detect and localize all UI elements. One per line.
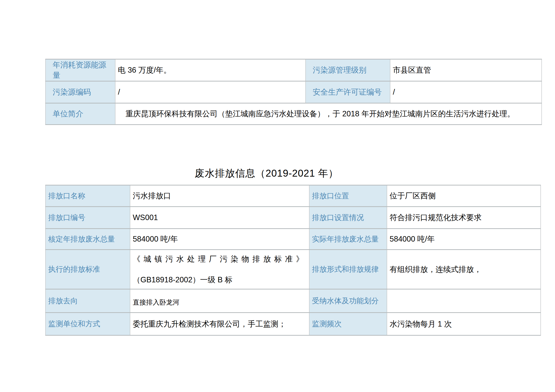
value-annual-energy-consumption: 电 36 万度/年。 — [115, 59, 306, 81]
value-monitoring-unit-method: 委托重庆九升检测技术有限公司，手工监测； — [130, 313, 309, 335]
value-discharge-standard: 《城镇污水处理厂污染物排放标准》 （GB18918-2002）一级 B 标 — [130, 250, 309, 289]
section-title: 废水排放信息（2019-2021 年） — [45, 166, 488, 180]
discharge-standard-line1: 《城镇污水处理厂污染物排放标准》 — [133, 254, 306, 264]
label-discharge-standard: 执行的排放标准 — [45, 250, 130, 289]
value-pollution-source-code: / — [115, 81, 306, 103]
table-row: 执行的排放标准 《城镇污水处理厂污染物排放标准》 （GB18918-2002）一… — [45, 250, 541, 289]
table-row: 污染源编码 / 安全生产许可证编号 / — [45, 81, 542, 103]
label-unit-profile: 单位简介 — [45, 103, 115, 125]
label-safety-production-license-no: 安全生产许可证编号 — [306, 81, 390, 103]
value-unit-profile: 重庆昆顶环保科技有限公司（垫江城南应急污水处理设备），于 2018 年开始对垫江… — [115, 103, 542, 125]
value-safety-production-license-no: / — [390, 81, 542, 103]
table-row: 排放去向 直接排入卧龙河 受纳水体及功能划分 — [45, 289, 541, 313]
label-pollution-source-code: 污染源编码 — [45, 81, 115, 103]
label-discharge-form-pattern: 排放形式和排放规律 — [309, 250, 387, 289]
label-outlet-name: 排放口名称 — [45, 185, 130, 207]
discharge-standard-line2: （GB18918-2002）一级 B 标 — [133, 275, 306, 285]
value-monitoring-frequency: 水污染物每月 1 次 — [387, 313, 541, 335]
label-monitoring-frequency: 监测频次 — [309, 313, 387, 335]
document-page: 年消耗资源能源量 电 36 万度/年。 污染源管理级别 市县区直管 污染源编码 … — [0, 59, 555, 392]
value-outlet-location: 位于厂区西侧 — [387, 185, 541, 207]
label-annual-energy-consumption: 年消耗资源能源量 — [45, 59, 115, 81]
label-outlet-setup-status: 排放口设置情况 — [309, 207, 387, 229]
label-discharge-destination: 排放去向 — [45, 289, 130, 313]
label-outlet-number: 排放口编号 — [45, 207, 130, 229]
table-row: 排放口名称 污水排放口 排放口位置 位于厂区西侧 — [45, 185, 541, 207]
table-row: 排放口编号 WS001 排放口设置情况 符合排污口规范化技术要求 — [45, 207, 541, 229]
value-pollution-source-management-level: 市县区直管 — [390, 59, 542, 81]
label-actual-annual-discharge: 实际年排放废水总量 — [309, 229, 387, 250]
value-discharge-destination: 直接排入卧龙河 — [130, 289, 309, 313]
table-row: 监测单位和方式 委托重庆九升检测技术有限公司，手工监测； 监测频次 水污染物每月… — [45, 313, 541, 335]
label-outlet-location: 排放口位置 — [309, 185, 387, 207]
unit-info-table: 年消耗资源能源量 电 36 万度/年。 污染源管理级别 市县区直管 污染源编码 … — [45, 59, 542, 125]
value-outlet-name: 污水排放口 — [130, 185, 309, 207]
table-row: 核定年排放废水总量 584000 吨/年 实际年排放废水总量 584000 吨/… — [45, 229, 541, 250]
value-discharge-form-pattern: 有组织排放，连续式排放， — [387, 250, 541, 289]
table-row: 单位简介 重庆昆顶环保科技有限公司（垫江城南应急污水处理设备），于 2018 年… — [45, 103, 542, 125]
label-pollution-source-management-level: 污染源管理级别 — [306, 59, 390, 81]
value-actual-annual-discharge: 584000 吨/年 — [387, 229, 541, 250]
value-receiving-water-function — [387, 289, 541, 313]
wastewater-discharge-table: 排放口名称 污水排放口 排放口位置 位于厂区西侧 排放口编号 WS001 排放口… — [45, 185, 541, 336]
value-outlet-setup-status: 符合排污口规范化技术要求 — [387, 207, 541, 229]
value-approved-annual-discharge: 584000 吨/年 — [130, 229, 309, 250]
label-approved-annual-discharge: 核定年排放废水总量 — [45, 229, 130, 250]
label-receiving-water-function: 受纳水体及功能划分 — [309, 289, 387, 313]
value-outlet-number: WS001 — [130, 207, 309, 229]
label-monitoring-unit-method: 监测单位和方式 — [45, 313, 130, 335]
table-row: 年消耗资源能源量 电 36 万度/年。 污染源管理级别 市县区直管 — [45, 59, 542, 81]
